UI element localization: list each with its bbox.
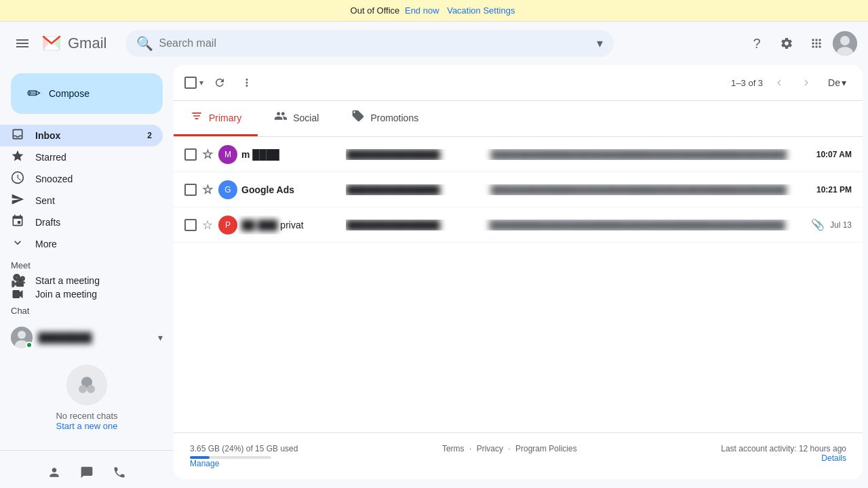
email-checkbox-0[interactable] <box>184 148 197 161</box>
sidebar-bottom-icons <box>0 450 174 485</box>
display-density-button[interactable]: De ▾ <box>823 73 852 92</box>
sidebar-item-drafts[interactable]: Drafts <box>0 211 163 233</box>
email-star-2[interactable]: ☆ <box>202 218 213 232</box>
email-toolbar: ▾ 1–3 of 3 De ▾ <box>174 65 863 101</box>
sent-nav-label: Sent <box>35 195 152 206</box>
tab-social[interactable]: Social <box>258 101 335 136</box>
phone-icon[interactable] <box>106 459 133 485</box>
sidebar-item-more[interactable]: More <box>0 233 163 255</box>
details-link[interactable]: Details <box>821 453 846 463</box>
starred-nav-label: Starred <box>35 152 152 163</box>
user-avatar[interactable] <box>833 31 857 56</box>
sidebar-item-start-meeting[interactable]: 🎥 Start a meeting <box>0 273 163 288</box>
sender-avatar-1: G <box>218 180 237 199</box>
start-meeting-label: Start a meeting <box>35 275 152 286</box>
email-time-2: Jul 13 <box>830 220 852 230</box>
tab-primary[interactable]: Primary <box>174 101 258 136</box>
sidebar-item-inbox[interactable]: Inbox 2 <box>0 125 163 146</box>
promotions-tab-icon <box>351 109 365 126</box>
display-label: De <box>828 77 840 88</box>
sidebar-item-sent[interactable]: Sent <box>0 190 163 211</box>
storage-info: 3.65 GB (24%) of 15 GB used Manage <box>190 444 298 468</box>
snoozed-nav-icon <box>11 171 24 188</box>
chat-avatar-wrap <box>11 327 33 348</box>
email-meta-1: 10:21 PM <box>816 185 852 195</box>
email-star-1[interactable]: ☆ <box>202 182 213 197</box>
chat-user-item[interactable]: ████████ ▾ <box>11 324 163 351</box>
terms-link[interactable]: Terms <box>442 444 465 453</box>
video-icon: 🎥 <box>11 273 24 288</box>
select-all-area: ▾ <box>184 77 205 89</box>
email-meta-2: 📎 Jul 13 <box>811 218 852 231</box>
email-sender-2: P ██ ███ privat <box>218 216 340 235</box>
email-row[interactable]: ☆ G Google Ads ██████████████ ██████████… <box>174 172 863 207</box>
compose-button[interactable]: ✏ Compose <box>11 73 163 114</box>
email-meta-0: 10:07 AM <box>816 150 852 159</box>
vacation-settings-link[interactable]: Vacation Settings <box>447 5 515 16</box>
snoozed-nav-label: Snoozed <box>35 174 152 184</box>
settings-button[interactable] <box>773 30 800 57</box>
svg-point-11 <box>79 385 87 393</box>
email-time-0: 10:07 AM <box>816 150 852 159</box>
gmail-logo[interactable]: Gmail <box>39 31 106 56</box>
sender-avatar-0: M <box>218 145 237 164</box>
sidebar-item-snoozed[interactable]: Snoozed <box>0 168 163 190</box>
tab-promotions[interactable]: Promotions <box>335 101 435 136</box>
banner-text: Out of Office <box>351 5 400 16</box>
search-filter-icon[interactable]: ▾ <box>597 36 603 51</box>
join-icon <box>11 288 24 300</box>
email-checkbox-2[interactable] <box>184 219 197 231</box>
email-subject-2: ██████████████ <box>346 220 484 230</box>
menu-icon[interactable] <box>11 34 34 53</box>
footer-links: Terms · Privacy · Program Policies <box>439 444 580 453</box>
no-chats-area: No recent chats Start a new one <box>11 351 163 445</box>
select-all-checkbox[interactable] <box>184 77 197 89</box>
contacts-icon[interactable] <box>41 459 68 485</box>
sidebar-item-join-meeting[interactable]: Join a meeting <box>0 288 163 300</box>
email-star-0[interactable]: ☆ <box>202 147 213 162</box>
sidebar: ✏ Compose Inbox 2 Starred Snoozed Sent D… <box>0 65 174 485</box>
inbox-nav-label: Inbox <box>35 130 136 141</box>
main-layout: ✏ Compose Inbox 2 Starred Snoozed Sent D… <box>0 65 868 485</box>
inbox-badge: 2 <box>147 131 152 140</box>
chat-dropdown-icon[interactable]: ▾ <box>158 332 163 343</box>
select-dropdown-arrow[interactable]: ▾ <box>198 77 205 89</box>
sidebar-item-starred[interactable]: Starred <box>0 146 163 168</box>
email-row[interactable]: ☆ P ██ ███ privat ██████████████ ███████… <box>174 207 863 243</box>
email-snippet-2: ████████████████████████████████████████… <box>489 220 785 230</box>
search-icon[interactable]: 🔍 <box>136 35 153 52</box>
program-policies-link[interactable]: Program Policies <box>515 444 577 453</box>
sender-avatar-2: P <box>218 216 237 235</box>
svg-point-8 <box>18 331 26 339</box>
email-snippet-0: ████████████████████████████████████████… <box>491 149 787 160</box>
end-now-link[interactable]: End now <box>405 5 439 16</box>
previous-page-button[interactable] <box>768 72 790 94</box>
email-checkbox-1[interactable] <box>184 184 197 196</box>
refresh-button[interactable] <box>208 70 232 95</box>
email-sender-1: G Google Ads <box>218 180 340 199</box>
email-tabs: Primary Social Promotions <box>174 101 863 137</box>
attachment-icon: 📎 <box>811 218 825 231</box>
meet-section-label: Meet <box>0 255 174 273</box>
footer: 3.65 GB (24%) of 15 GB used Manage Terms… <box>174 432 863 479</box>
start-new-chat-link[interactable]: Start a new one <box>56 421 117 431</box>
email-subject-0: ██████████████ <box>346 149 486 160</box>
next-page-button[interactable] <box>795 72 817 94</box>
primary-tab-label: Primary <box>209 113 241 123</box>
last-activity-text: Last account activity: 12 hours ago <box>721 444 846 453</box>
chat-section: ████████ ▾ No recent chats Start a new o… <box>0 319 174 450</box>
social-tab-label: Social <box>293 113 319 123</box>
manage-storage-link[interactable]: Manage <box>190 459 219 468</box>
search-bar: 🔍 ▾ <box>125 30 614 57</box>
privacy-link[interactable]: Privacy <box>477 444 503 453</box>
app-name: Gmail <box>68 35 106 52</box>
email-row[interactable]: ☆ M m ████ ██████████████ ██████████████… <box>174 137 863 172</box>
more-options-button[interactable] <box>235 70 259 95</box>
email-content-2: ██████████████ █████████████████████████… <box>346 220 806 230</box>
chat-icon[interactable] <box>73 459 100 485</box>
out-of-office-banner: Out of Office End now Vacation Settings <box>0 0 868 22</box>
svg-rect-6 <box>13 290 20 298</box>
help-button[interactable]: ? <box>743 30 770 57</box>
search-input[interactable] <box>159 37 591 49</box>
apps-button[interactable] <box>803 30 830 57</box>
